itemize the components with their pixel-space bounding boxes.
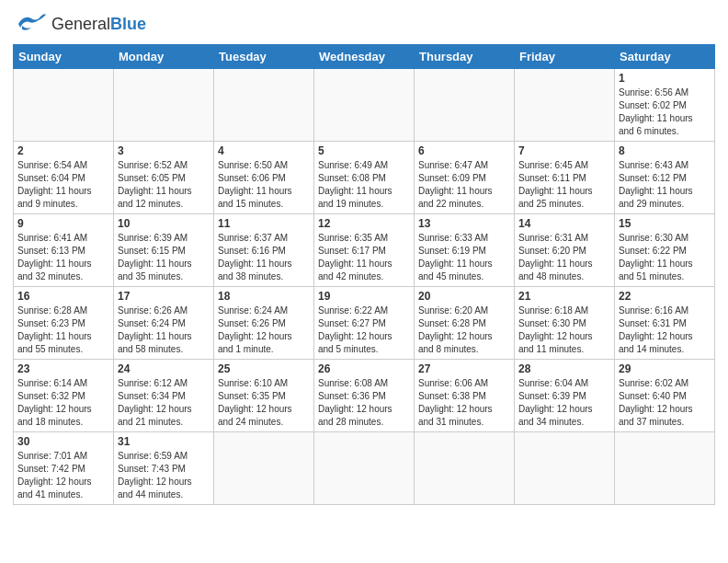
day-cell: 30Sunrise: 7:01 AM Sunset: 7:42 PM Dayli… — [14, 432, 114, 505]
day-cell: 4Sunrise: 6:50 AM Sunset: 6:06 PM Daylig… — [214, 142, 314, 214]
weekday-saturday: Saturday — [615, 45, 715, 69]
day-info: Sunrise: 6:18 AM Sunset: 6:30 PM Dayligh… — [518, 304, 610, 356]
day-cell: 5Sunrise: 6:49 AM Sunset: 6:08 PM Daylig… — [314, 142, 415, 214]
day-cell: 14Sunrise: 6:31 AM Sunset: 6:20 PM Dayli… — [515, 214, 615, 287]
day-cell: 17Sunrise: 6:26 AM Sunset: 6:24 PM Dayli… — [114, 287, 214, 360]
day-cell: 19Sunrise: 6:22 AM Sunset: 6:27 PM Dayli… — [314, 287, 415, 360]
day-info: Sunrise: 6:28 AM Sunset: 6:23 PM Dayligh… — [17, 304, 109, 356]
day-cell: 22Sunrise: 6:16 AM Sunset: 6:31 PM Dayli… — [615, 287, 715, 360]
week-row-2: 2Sunrise: 6:54 AM Sunset: 6:04 PM Daylig… — [14, 142, 715, 214]
day-cell: 6Sunrise: 6:47 AM Sunset: 6:09 PM Daylig… — [415, 142, 515, 214]
page: GeneralBlue SundayMondayTuesdayWednesday… — [0, 0, 728, 563]
weekday-header-row: SundayMondayTuesdayWednesdayThursdayFrid… — [14, 45, 715, 69]
day-cell: 29Sunrise: 6:02 AM Sunset: 6:40 PM Dayli… — [615, 360, 715, 432]
day-number: 6 — [418, 144, 510, 157]
day-number: 19 — [318, 290, 410, 303]
day-number: 21 — [518, 290, 610, 303]
day-cell — [214, 432, 314, 505]
day-number: 20 — [418, 290, 510, 303]
day-cell: 21Sunrise: 6:18 AM Sunset: 6:30 PM Dayli… — [515, 287, 615, 360]
week-row-4: 16Sunrise: 6:28 AM Sunset: 6:23 PM Dayli… — [14, 287, 715, 360]
day-info: Sunrise: 6:22 AM Sunset: 6:27 PM Dayligh… — [318, 304, 410, 356]
week-row-1: 1Sunrise: 6:56 AM Sunset: 6:02 PM Daylig… — [14, 69, 715, 142]
day-cell: 18Sunrise: 6:24 AM Sunset: 6:26 PM Dayli… — [214, 287, 314, 360]
day-cell: 28Sunrise: 6:04 AM Sunset: 6:39 PM Dayli… — [515, 360, 615, 432]
day-info: Sunrise: 6:37 AM Sunset: 6:16 PM Dayligh… — [218, 232, 310, 283]
weekday-tuesday: Tuesday — [214, 45, 314, 69]
day-info: Sunrise: 6:10 AM Sunset: 6:35 PM Dayligh… — [218, 377, 310, 429]
day-info: Sunrise: 6:47 AM Sunset: 6:09 PM Dayligh… — [418, 159, 510, 211]
weekday-thursday: Thursday — [415, 45, 515, 69]
day-info: Sunrise: 6:59 AM Sunset: 7:43 PM Dayligh… — [118, 450, 210, 501]
day-cell: 10Sunrise: 6:39 AM Sunset: 6:15 PM Dayli… — [114, 214, 214, 287]
day-cell — [314, 432, 415, 505]
day-cell: 23Sunrise: 6:14 AM Sunset: 6:32 PM Dayli… — [14, 360, 114, 432]
day-cell — [314, 69, 415, 142]
day-cell — [14, 69, 114, 142]
day-cell: 7Sunrise: 6:45 AM Sunset: 6:11 PM Daylig… — [515, 142, 615, 214]
day-cell — [415, 432, 515, 505]
day-info: Sunrise: 6:49 AM Sunset: 6:08 PM Dayligh… — [318, 159, 410, 211]
day-info: Sunrise: 6:26 AM Sunset: 6:24 PM Dayligh… — [118, 304, 210, 356]
day-cell: 26Sunrise: 6:08 AM Sunset: 6:36 PM Dayli… — [314, 360, 415, 432]
day-info: Sunrise: 6:12 AM Sunset: 6:34 PM Dayligh… — [118, 377, 210, 429]
logo: GeneralBlue — [13, 9, 146, 39]
day-number: 31 — [118, 435, 210, 448]
day-cell: 24Sunrise: 6:12 AM Sunset: 6:34 PM Dayli… — [114, 360, 214, 432]
day-cell: 13Sunrise: 6:33 AM Sunset: 6:19 PM Dayli… — [415, 214, 515, 287]
day-cell — [214, 69, 314, 142]
day-cell — [415, 69, 515, 142]
day-number: 9 — [17, 217, 109, 230]
day-number: 8 — [619, 144, 711, 157]
day-number: 23 — [17, 362, 109, 375]
week-row-5: 23Sunrise: 6:14 AM Sunset: 6:32 PM Dayli… — [14, 360, 715, 432]
day-info: Sunrise: 6:31 AM Sunset: 6:20 PM Dayligh… — [518, 232, 610, 283]
day-info: Sunrise: 6:35 AM Sunset: 6:17 PM Dayligh… — [318, 232, 410, 283]
day-number: 7 — [518, 144, 610, 157]
logo-text: GeneralBlue — [51, 16, 146, 33]
day-number: 4 — [218, 144, 310, 157]
day-cell: 25Sunrise: 6:10 AM Sunset: 6:35 PM Dayli… — [214, 360, 314, 432]
header: GeneralBlue — [13, 9, 715, 39]
weekday-sunday: Sunday — [14, 45, 114, 69]
day-cell — [515, 432, 615, 505]
day-cell: 8Sunrise: 6:43 AM Sunset: 6:12 PM Daylig… — [615, 142, 715, 214]
day-info: Sunrise: 7:01 AM Sunset: 7:42 PM Dayligh… — [17, 450, 109, 501]
day-cell: 31Sunrise: 6:59 AM Sunset: 7:43 PM Dayli… — [114, 432, 214, 505]
day-info: Sunrise: 6:54 AM Sunset: 6:04 PM Dayligh… — [17, 159, 109, 211]
day-number: 16 — [17, 290, 109, 303]
day-cell — [615, 432, 715, 505]
day-number: 25 — [218, 362, 310, 375]
day-cell: 3Sunrise: 6:52 AM Sunset: 6:05 PM Daylig… — [114, 142, 214, 214]
day-info: Sunrise: 6:06 AM Sunset: 6:38 PM Dayligh… — [418, 377, 510, 429]
day-number: 24 — [118, 362, 210, 375]
week-row-3: 9Sunrise: 6:41 AM Sunset: 6:13 PM Daylig… — [14, 214, 715, 287]
day-cell: 15Sunrise: 6:30 AM Sunset: 6:22 PM Dayli… — [615, 214, 715, 287]
day-info: Sunrise: 6:41 AM Sunset: 6:13 PM Dayligh… — [17, 232, 109, 283]
day-number: 26 — [318, 362, 410, 375]
day-info: Sunrise: 6:33 AM Sunset: 6:19 PM Dayligh… — [418, 232, 510, 283]
day-cell: 16Sunrise: 6:28 AM Sunset: 6:23 PM Dayli… — [14, 287, 114, 360]
day-cell: 27Sunrise: 6:06 AM Sunset: 6:38 PM Dayli… — [415, 360, 515, 432]
day-info: Sunrise: 6:02 AM Sunset: 6:40 PM Dayligh… — [619, 377, 711, 429]
day-number: 2 — [17, 144, 109, 157]
day-info: Sunrise: 6:30 AM Sunset: 6:22 PM Dayligh… — [619, 232, 711, 283]
day-info: Sunrise: 6:08 AM Sunset: 6:36 PM Dayligh… — [318, 377, 410, 429]
day-cell — [515, 69, 615, 142]
day-number: 10 — [118, 217, 210, 230]
day-number: 3 — [118, 144, 210, 157]
logo-icon — [13, 9, 48, 39]
day-info: Sunrise: 6:39 AM Sunset: 6:15 PM Dayligh… — [118, 232, 210, 283]
day-info: Sunrise: 6:56 AM Sunset: 6:02 PM Dayligh… — [619, 86, 711, 138]
day-info: Sunrise: 6:24 AM Sunset: 6:26 PM Dayligh… — [218, 304, 310, 356]
day-info: Sunrise: 6:43 AM Sunset: 6:12 PM Dayligh… — [619, 159, 711, 211]
day-info: Sunrise: 6:14 AM Sunset: 6:32 PM Dayligh… — [17, 377, 109, 429]
day-cell: 9Sunrise: 6:41 AM Sunset: 6:13 PM Daylig… — [14, 214, 114, 287]
day-number: 5 — [318, 144, 410, 157]
day-number: 18 — [218, 290, 310, 303]
day-cell — [114, 69, 214, 142]
day-info: Sunrise: 6:50 AM Sunset: 6:06 PM Dayligh… — [218, 159, 310, 211]
day-cell: 12Sunrise: 6:35 AM Sunset: 6:17 PM Dayli… — [314, 214, 415, 287]
day-number: 1 — [619, 72, 711, 85]
day-number: 15 — [619, 217, 711, 230]
